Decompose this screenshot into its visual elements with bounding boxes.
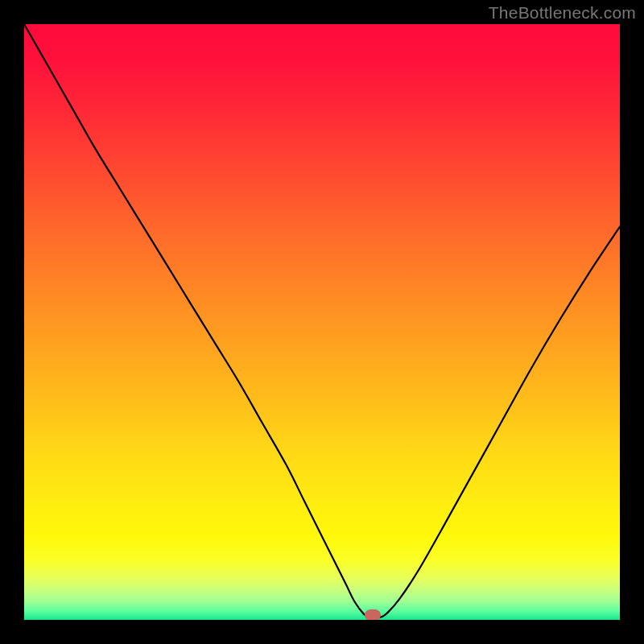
plot-area xyxy=(24,24,620,620)
bottleneck-curve xyxy=(24,24,620,620)
optimal-point-marker xyxy=(365,609,381,620)
watermark-label: TheBottleneck.com xyxy=(489,3,636,23)
chart-container: TheBottleneck.com xyxy=(0,0,644,644)
